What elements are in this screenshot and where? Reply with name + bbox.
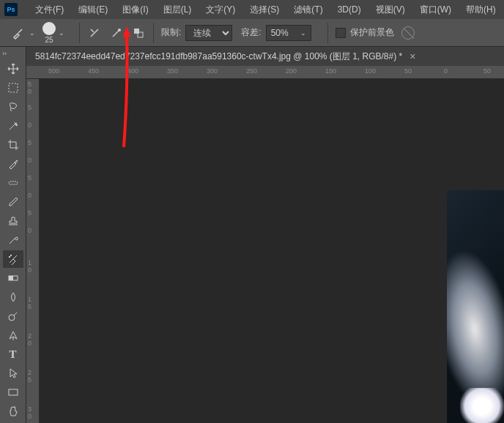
brush-dot-icon: [42, 22, 56, 35]
photoshop-logo: Ps: [4, 3, 18, 16]
brush-preview[interactable]: 25: [42, 22, 56, 44]
eyedropper-tool[interactable]: [3, 155, 23, 173]
background-eraser-tool[interactable]: [3, 250, 23, 268]
protect-foreground-checkbox[interactable]: [336, 28, 346, 38]
type-tool[interactable]: T: [3, 345, 23, 363]
menu-image[interactable]: 图像(I): [115, 4, 155, 16]
image-content: [460, 388, 504, 423]
brush-size-label: 25: [45, 36, 53, 44]
history-brush-tool[interactable]: [3, 231, 23, 249]
separator: [153, 23, 154, 43]
menu-layer[interactable]: 图层(L): [156, 4, 199, 16]
stamp-tool[interactable]: [3, 212, 23, 230]
menu-filter[interactable]: 滤镜(T): [286, 4, 330, 16]
limit-select[interactable]: 连续: [185, 25, 232, 41]
tool-preset-dropdown[interactable]: ⌄: [29, 29, 35, 37]
svg-point-9: [9, 315, 15, 321]
options-bar: ⌄ 25 ⌄ 限制: 连续 容差: 50%⌄ 保护前景色: [0, 19, 504, 47]
gradient-tool[interactable]: [3, 269, 23, 287]
dodge-tool[interactable]: [3, 307, 23, 325]
separator: [327, 23, 328, 43]
brush-dropdown[interactable]: ⌄: [59, 29, 64, 37]
document-canvas[interactable]: [447, 190, 504, 423]
sample-contiguous-icon[interactable]: [87, 26, 102, 40]
menu-file[interactable]: 文件(F): [28, 4, 71, 16]
pen-tool[interactable]: [3, 326, 23, 344]
path-select-tool[interactable]: [3, 364, 23, 382]
move-tool[interactable]: [3, 60, 23, 78]
canvas-area[interactable]: [40, 79, 504, 423]
menu-type[interactable]: 文字(Y): [199, 4, 242, 16]
svg-rect-4: [9, 181, 18, 184]
svg-rect-1: [134, 29, 139, 34]
magic-wand-tool[interactable]: [3, 117, 23, 135]
rectangle-tool[interactable]: [3, 383, 23, 401]
tolerance-label: 容差:: [241, 26, 261, 39]
document-tab[interactable]: 5814fc72374eedd47ed7237efcc191dfb987aa59…: [35, 50, 402, 63]
sample-once-icon[interactable]: [109, 26, 124, 40]
current-tool-icon[interactable]: [10, 25, 26, 41]
svg-point-0: [118, 29, 121, 31]
limit-label: 限制:: [161, 26, 181, 39]
marquee-tool[interactable]: [3, 79, 23, 97]
sample-swatch-icon[interactable]: [131, 26, 146, 40]
heal-tool[interactable]: [3, 174, 23, 192]
svg-point-6: [10, 255, 12, 256]
svg-rect-8: [9, 276, 13, 280]
vertical-ruler: 5 0 5 0 5 0 5 0 5 0 1 0 1 5 2 0 2 5 3 0: [26, 79, 40, 423]
svg-rect-3: [9, 83, 18, 92]
brush-tool[interactable]: [3, 193, 23, 211]
tolerance-input[interactable]: 50%⌄: [266, 25, 311, 41]
blur-tool[interactable]: [3, 288, 23, 306]
menu-window[interactable]: 窗口(W): [412, 4, 459, 16]
menu-edit[interactable]: 编辑(E): [71, 4, 115, 16]
crop-tool[interactable]: [3, 136, 23, 154]
menu-3d[interactable]: 3D(D): [330, 4, 368, 15]
close-tab-icon[interactable]: ×: [410, 50, 415, 62]
document-tab-bar: 5814fc72374eedd47ed7237efcc191dfb987aa59…: [0, 47, 504, 66]
hand-tool[interactable]: [3, 403, 23, 420]
menu-help[interactable]: 帮助(H): [459, 4, 503, 16]
separator: [79, 23, 80, 43]
lasso-tool[interactable]: [3, 98, 23, 116]
svg-rect-10: [9, 389, 18, 395]
expand-toolbox-icon[interactable]: ››: [2, 50, 7, 57]
protect-foreground-label: 保护前景色: [350, 26, 394, 39]
menu-select[interactable]: 选择(S): [242, 4, 286, 16]
pressure-icon[interactable]: [401, 26, 415, 40]
horizontal-ruler: 500 450 400 350 300 250 200 150 100 50 0…: [26, 66, 504, 79]
menu-bar: Ps 文件(F) 编辑(E) 图像(I) 图层(L) 文字(Y) 选择(S) 滤…: [0, 0, 504, 19]
menu-view[interactable]: 视图(V): [368, 4, 412, 16]
toolbox: ›› T: [0, 47, 26, 423]
svg-point-5: [9, 256, 10, 258]
